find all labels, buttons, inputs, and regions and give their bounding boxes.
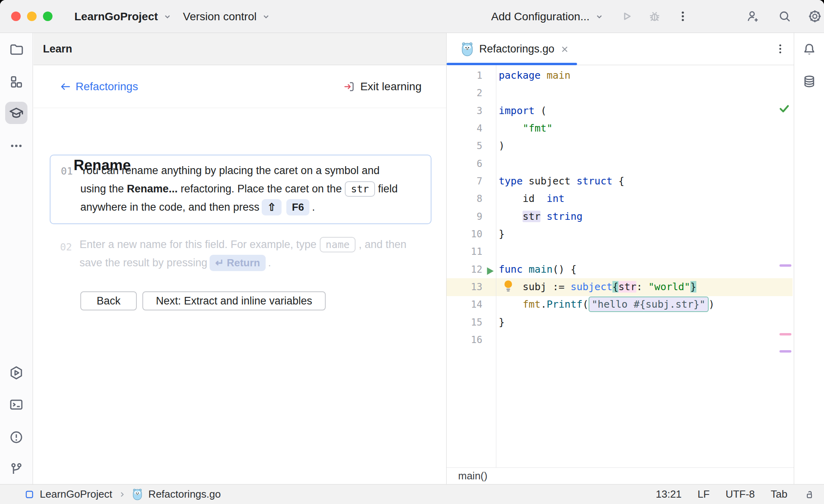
code-line-8[interactable]: id int [499, 190, 715, 207]
gear-icon [807, 9, 822, 24]
statusbar-file[interactable]: Refactorings.go [148, 488, 221, 500]
problems-icon [9, 430, 24, 445]
chevron-down-icon [594, 11, 605, 22]
breadcrumb-main[interactable]: main() [458, 470, 488, 482]
exit-learning-button[interactable]: Exit learning [343, 65, 422, 108]
toolwindow-run-button[interactable] [5, 362, 27, 384]
breadcrumbs-bar[interactable]: main() [447, 467, 794, 484]
code-token: { [612, 281, 618, 293]
encoding-widget[interactable]: UTF-8 [725, 488, 755, 500]
project-widget[interactable]: LearnGoProject [74, 0, 173, 33]
settings-button[interactable] [807, 9, 822, 24]
back-button[interactable]: Back [80, 291, 137, 310]
tool-window-stripe [0, 33, 33, 484]
code-with-me-button[interactable] [745, 9, 760, 24]
code-token: subject [571, 281, 612, 293]
debug-button[interactable] [647, 9, 662, 23]
database-button[interactable] [802, 74, 817, 89]
code-token: struct [577, 175, 612, 187]
minimize-window-button[interactable] [27, 12, 37, 21]
inspections-ok-icon[interactable] [778, 102, 790, 114]
lesson-buttons-row: Back Next: Extract and inline variables [33, 291, 446, 310]
code-line-13[interactable]: subj := subject{str: "world"} [499, 278, 715, 296]
toolwindow-terminal-button[interactable] [5, 394, 27, 416]
editor-options-button[interactable] [774, 43, 787, 55]
bell-icon [802, 42, 817, 57]
terminal-icon [9, 397, 24, 412]
vcs-widget[interactable]: Version control [183, 0, 272, 33]
kebab-menu-icon [676, 10, 690, 23]
next-button[interactable]: Next: Extract and inline variables [142, 291, 326, 310]
back-to-refactorings-link[interactable]: Refactorings [59, 65, 138, 108]
run-button[interactable] [619, 9, 634, 23]
run-configuration-label: Add Configuration... [491, 10, 590, 23]
search-everywhere-button[interactable] [777, 9, 792, 24]
step-text: save the result by pressing [80, 257, 207, 269]
line-number: 16 [447, 331, 482, 349]
toolwindow-problems-button[interactable] [5, 426, 27, 448]
toolwindow-project-button[interactable] [5, 38, 27, 60]
close-window-button[interactable] [11, 12, 21, 21]
tab-refactorings-go[interactable]: Refactorings.go [447, 33, 569, 65]
statusbar-breadcrumb: LearnGoProject Refactorings.go [0, 488, 221, 500]
editor-tab-bar: Refactorings.go [447, 33, 794, 65]
code-line-11[interactable] [499, 243, 715, 260]
statusbar-project[interactable]: LearnGoProject [40, 488, 112, 500]
code-token: ) [709, 299, 715, 310]
line-separator-widget[interactable]: LF [698, 488, 709, 500]
code-editor[interactable]: 12345678910111213141516 package mainimpo… [447, 65, 794, 467]
notifications-button[interactable] [802, 42, 817, 57]
step-text: , and then [359, 238, 406, 251]
close-tab-icon[interactable] [560, 45, 569, 54]
code-line-5[interactable]: ) [499, 137, 715, 155]
intention-bulb-icon[interactable] [502, 279, 514, 293]
line-number: 13 [447, 278, 482, 296]
code-token: main [529, 264, 552, 275]
line-number: 15 [447, 314, 482, 331]
code-line-6[interactable] [499, 155, 715, 173]
status-bar: LearnGoProject Refactorings.go 13:21 LF … [0, 484, 824, 504]
toolwindow-structure-button[interactable] [5, 71, 27, 93]
step-text: Enter a new name for this field. For exa… [80, 238, 317, 251]
database-icon [802, 74, 817, 89]
add-user-icon [745, 9, 760, 24]
toolwindow-learn-button[interactable] [5, 102, 27, 124]
code-lines: package mainimport ( "fmt")type subject … [499, 67, 715, 349]
gutter-separator [496, 65, 496, 467]
code-line-14[interactable]: fmt.Printf("hello #{subj.str}") [499, 296, 715, 313]
code-line-15[interactable]: } [499, 314, 715, 331]
lock-unlocked-icon[interactable] [803, 488, 815, 500]
code-line-9[interactable]: str string [499, 208, 715, 225]
code-token [540, 70, 546, 81]
code-line-12[interactable]: func main() { [499, 261, 715, 278]
more-actions-button[interactable] [676, 10, 690, 23]
indent-widget[interactable]: Tab [771, 488, 787, 500]
play-icon [625, 13, 630, 19]
code-line-7[interactable]: type subject struct { [499, 173, 715, 190]
run-configuration-selector[interactable]: Add Configuration... [491, 0, 605, 33]
more-tool-windows-button[interactable] [5, 135, 27, 157]
code-token: import [499, 105, 534, 116]
code-line-3[interactable]: import ( [499, 102, 715, 120]
maximize-window-button[interactable] [43, 12, 52, 21]
caret-position-widget[interactable]: 13:21 [656, 488, 682, 500]
code-token [523, 264, 529, 275]
run-line-icon[interactable] [486, 266, 495, 276]
code-line-16[interactable] [499, 331, 715, 349]
code-token: ) [499, 140, 505, 151]
code-line-4[interactable]: "fmt" [499, 120, 715, 137]
gutter-numbers: 12345678910111213141516 [447, 67, 482, 349]
exit-door-icon [343, 80, 356, 93]
code-line-10[interactable]: } [499, 225, 715, 243]
go-gopher-icon [461, 42, 474, 56]
code-line-2[interactable] [499, 84, 715, 102]
code-token: } [690, 281, 696, 293]
toolwindow-vcs-button[interactable] [5, 458, 27, 480]
code-token: func [499, 264, 523, 275]
bug-icon [647, 9, 662, 23]
shortcut-return-key: ↵ Return [210, 255, 266, 271]
code-line-1[interactable]: package main [499, 67, 715, 84]
learn-panel-header[interactable]: Learn [33, 33, 446, 65]
code-token: } [499, 316, 505, 328]
exit-learning-label: Exit learning [360, 80, 422, 93]
